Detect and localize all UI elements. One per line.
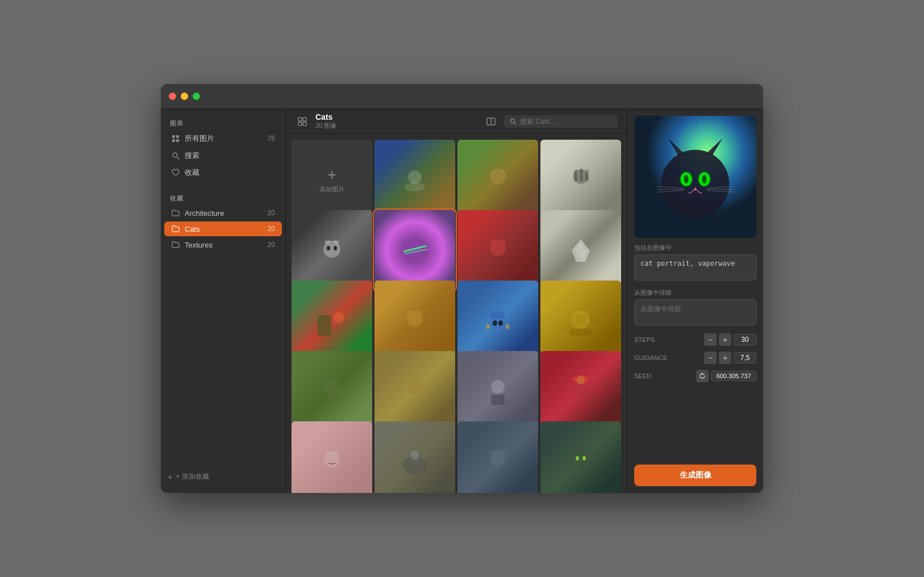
image-tile[interactable] xyxy=(457,210,538,291)
image-tile[interactable] xyxy=(540,421,621,493)
svg-rect-1 xyxy=(176,135,179,138)
image-tile[interactable] xyxy=(374,421,455,493)
image-tile[interactable] xyxy=(540,210,621,291)
seed-label: SEED xyxy=(634,373,674,379)
guidance-minus-button[interactable]: − xyxy=(704,352,717,364)
sidebar-item-all-images[interactable]: 所有图片 75 xyxy=(164,131,282,147)
svg-rect-46 xyxy=(506,324,509,329)
steps-row: STEPS − + 30 xyxy=(634,333,756,346)
svg-point-27 xyxy=(334,246,337,250)
cats-count: 20 xyxy=(268,225,275,233)
all-images-count: 75 xyxy=(268,135,275,143)
maximize-button[interactable] xyxy=(193,93,200,100)
sidebar-item-architecture[interactable]: Architecture 20 xyxy=(164,206,282,220)
svg-rect-36 xyxy=(318,315,331,336)
split-view-icon[interactable] xyxy=(484,114,498,129)
image-tile[interactable] xyxy=(457,421,538,493)
include-section: 包括在图像中 cat portrait, vaporwave xyxy=(634,244,756,283)
add-image-button[interactable]: + 添加图片 xyxy=(292,140,372,220)
app-window: 图库 所有图片 75 xyxy=(161,84,763,493)
steps-minus-button[interactable]: − xyxy=(704,333,717,346)
svg-point-75 xyxy=(582,456,586,461)
search-input[interactable] xyxy=(520,118,612,126)
traffic-lights xyxy=(169,93,200,100)
svg-rect-45 xyxy=(486,324,490,329)
preview-image-container xyxy=(634,116,756,238)
exclude-field[interactable] xyxy=(634,299,756,325)
image-tile[interactable] xyxy=(292,421,372,493)
image-tile-selected[interactable] xyxy=(374,210,455,291)
image-tile[interactable] xyxy=(374,351,455,432)
image-tile[interactable] xyxy=(457,351,538,432)
guidance-controls: − + 7,5 xyxy=(704,352,756,364)
add-image-label: 添加图片 xyxy=(319,185,344,194)
image-tile[interactable] xyxy=(540,351,621,432)
tile-image xyxy=(540,421,621,493)
collections-section-label: 收藏 xyxy=(161,191,285,205)
add-collection-button[interactable]: + + 添加收藏 xyxy=(161,467,285,486)
svg-rect-0 xyxy=(172,135,175,138)
image-tile[interactable] xyxy=(540,281,621,361)
steps-plus-button[interactable]: + xyxy=(719,333,731,346)
close-button[interactable] xyxy=(169,93,176,100)
preview-cat-svg xyxy=(634,116,756,238)
generate-button[interactable]: 生成图像 xyxy=(634,465,756,486)
steps-label: STEPS xyxy=(634,336,674,343)
search-label: 搜索 xyxy=(185,150,275,161)
svg-point-43 xyxy=(493,320,497,326)
image-grid: + 添加图片 xyxy=(286,134,627,493)
sidebar-item-favorites[interactable]: 收藏 xyxy=(164,165,282,181)
right-panel: 包括在图像中 cat portrait, vaporwave 从图像中排除 ST… xyxy=(627,109,763,493)
svg-line-13 xyxy=(514,122,516,124)
tile-image xyxy=(374,351,455,432)
svg-rect-22 xyxy=(585,170,589,181)
svg-rect-41 xyxy=(489,316,507,332)
heart-icon xyxy=(171,168,180,177)
svg-rect-42 xyxy=(491,312,505,319)
tile-image xyxy=(457,351,538,432)
seed-row: SEED 600.305.737 xyxy=(634,370,756,382)
svg-point-15 xyxy=(405,182,425,191)
tile-image xyxy=(292,210,372,291)
sidebar-item-textures[interactable]: Textures 20 xyxy=(164,237,282,252)
svg-line-5 xyxy=(177,157,179,159)
refresh-icon xyxy=(699,373,706,379)
image-tile[interactable] xyxy=(457,281,538,361)
layout-toggle-icon[interactable] xyxy=(295,114,310,129)
guidance-plus-button[interactable]: + xyxy=(719,352,731,364)
sidebar-item-cats[interactable]: Cats 20 xyxy=(164,221,282,236)
image-tile[interactable] xyxy=(292,210,372,291)
image-tile[interactable] xyxy=(540,140,621,220)
svg-point-77 xyxy=(661,150,729,218)
sidebar-item-search[interactable]: 搜索 xyxy=(164,148,282,164)
tile-image xyxy=(457,140,538,220)
tile-image xyxy=(374,281,455,361)
search-bar xyxy=(504,115,618,128)
image-tile[interactable] xyxy=(374,140,455,220)
center-header: Cats 20 图像 xyxy=(286,109,627,134)
guidance-label: GUIDANCE xyxy=(634,354,674,361)
include-field[interactable]: cat portrait, vaporwave xyxy=(634,254,756,281)
svg-point-61 xyxy=(576,375,585,384)
image-tile[interactable] xyxy=(292,351,372,432)
svg-point-26 xyxy=(327,246,330,250)
svg-rect-9 xyxy=(303,122,306,126)
architecture-count: 20 xyxy=(268,209,275,217)
svg-point-63 xyxy=(584,377,589,381)
svg-point-69 xyxy=(410,450,419,459)
steps-controls: − + 30 xyxy=(704,333,756,346)
tile-image xyxy=(292,351,372,432)
folder-icon-textures xyxy=(171,240,180,249)
panel-title: Cats xyxy=(315,112,478,122)
minimize-button[interactable] xyxy=(181,93,188,100)
svg-rect-7 xyxy=(303,118,306,121)
exclude-section: 从图像中排除 xyxy=(634,288,756,328)
seed-value: 600.305.737 xyxy=(711,371,756,381)
seed-refresh-button[interactable] xyxy=(696,370,709,382)
steps-value: 30 xyxy=(734,334,756,345)
svg-point-74 xyxy=(576,456,579,461)
image-tile[interactable] xyxy=(292,281,372,361)
grid-icon xyxy=(171,134,180,143)
image-tile[interactable] xyxy=(457,140,538,220)
image-tile[interactable] xyxy=(374,281,455,361)
